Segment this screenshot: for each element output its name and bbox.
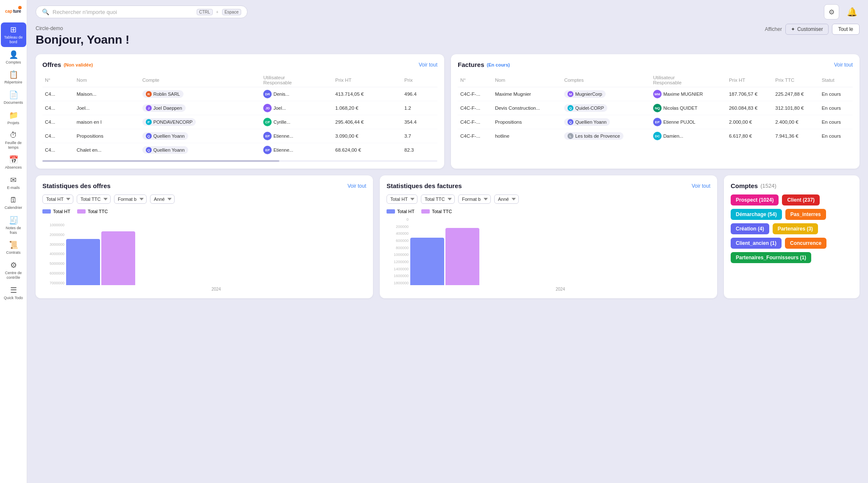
account-chip: M MugnierCorp	[564, 90, 606, 98]
search-box[interactable]: 🔍 Rechercher n'importe quoi CTRL + Espac…	[36, 6, 248, 18]
sidebar-label-absences: Absences	[5, 165, 22, 170]
offres-title-text: Offres	[42, 61, 61, 68]
stats-filter-select[interactable]: Total HT	[387, 194, 417, 204]
compte-tag-partenaires-fournisseurs[interactable]: Partenaires_Fournisseurs (1)	[731, 252, 811, 263]
factures-table: N° Nom Comptes UtilisateurResponsable Pr…	[458, 73, 853, 143]
sidebar-item-documents[interactable]: 📄 Documents	[1, 88, 26, 108]
factures-cell-nom: hotline	[492, 129, 562, 143]
fcol-n: N°	[458, 73, 492, 87]
user-avatar: MM	[653, 90, 662, 98]
factures-row[interactable]: C4C-F-... Maxime Mugnier M MugnierCorp M…	[458, 87, 853, 101]
svg-text:ture: ture	[13, 9, 21, 14]
sidebar-item-calendrier[interactable]: 🗓 Calendrier	[1, 193, 26, 213]
y-label: 0	[387, 217, 409, 222]
stats-filter-select[interactable]: Format b	[458, 194, 491, 204]
offres-row[interactable]: C4... Maison... R Roblin SARL DR Denis..…	[42, 87, 437, 101]
search-shortcut: CTRL	[197, 9, 213, 15]
stats-filter-select[interactable]: Total HT	[42, 194, 73, 204]
comptes-header: Comptes (1524)	[731, 182, 853, 189]
page-header: Circle-demo Bonjour, Yoann ! Afficher ✦ …	[36, 24, 860, 53]
stats-filter-select[interactable]: Anné	[150, 194, 175, 204]
compte-tag-partenaires[interactable]: Partenaires (3)	[773, 223, 818, 234]
y-label: 800000	[387, 246, 409, 250]
notification-button[interactable]: 🔔	[844, 4, 860, 19]
offres-row[interactable]: C4... Joel... J Joel Daeppen JD Joel... …	[42, 101, 437, 115]
col-nom: Nom	[74, 73, 140, 87]
compte-tag-concurrence[interactable]: Concurrence	[785, 238, 826, 249]
sidebar-item-projets[interactable]: 📁 Projets	[1, 108, 26, 128]
compte-tag-client[interactable]: Client (237)	[782, 194, 820, 205]
offres-cell-user: EP Etienne...	[261, 143, 333, 157]
y-axis-offres: 7000000600000050000004000000300000020000…	[42, 217, 64, 285]
factures-card: Factures (En cours) Voir tout N° Nom Com…	[451, 54, 860, 169]
compte-tag-prospect[interactable]: Prospect (1024)	[731, 194, 779, 205]
content-area: Circle-demo Bonjour, Yoann ! Afficher ✦ …	[27, 24, 868, 483]
factures-cell-n: C4C-F-...	[458, 129, 492, 143]
sidebar-label-tableau-de-bord: Tableau de bord	[3, 35, 25, 44]
search-plus: +	[216, 10, 219, 14]
stats-filter-select[interactable]: Format b	[114, 194, 147, 204]
factures-row[interactable]: C4C-F-... hotline L Les toits de Provenc…	[458, 129, 853, 143]
sidebar-item-e-mails[interactable]: ✉ E-mails	[1, 173, 26, 193]
offres-row[interactable]: C4... Propositions Q Quellien Yoann EP E…	[42, 129, 437, 143]
legend-ttc-color	[77, 209, 86, 214]
main-content: 🔍 Rechercher n'importe quoi CTRL + Espac…	[27, 0, 868, 483]
factures-cell-statut: En cours	[819, 101, 853, 115]
sidebar-item-contrats[interactable]: 📜 Contrats	[1, 238, 26, 258]
customiser-button[interactable]: ✦ Customiser	[785, 24, 829, 35]
factures-voir-tout[interactable]: Voir tout	[834, 62, 853, 68]
y-label: 1800000	[387, 281, 409, 285]
sidebar-icon-tableau-de-bord: ⊞	[10, 25, 17, 34]
sidebar-item-absences[interactable]: 📅 Absences	[1, 153, 26, 172]
sidebar-icon-feuille-de-temps: ⏱	[10, 131, 17, 140]
legend-f-ttc-color	[421, 209, 430, 214]
offres-voir-tout[interactable]: Voir tout	[419, 62, 437, 68]
stats-offres-voir-tout[interactable]: Voir tout	[348, 183, 366, 189]
user-avatar: EP	[263, 146, 272, 154]
filter-button[interactable]: ⚙	[824, 4, 839, 19]
compte-tag-cr-ation[interactable]: Création (4)	[731, 223, 769, 234]
chip-dot: Q	[146, 133, 152, 139]
sidebar-item-tableau-de-bord[interactable]: ⊞ Tableau de bord	[1, 22, 26, 47]
tout-button[interactable]: Tout le	[832, 24, 860, 35]
compte-tag-client-ancien[interactable]: Client_ancien (1)	[731, 238, 782, 249]
sidebar-label-centre-de-controle: Centre de contrôle	[3, 271, 25, 280]
offres-cell-prix-ht: 68.624,00 €	[333, 143, 402, 157]
user-chip: MM Maxime MUGNIER	[653, 90, 703, 98]
offres-row[interactable]: C4... maison en l P PONDAVENCORP CP Cyri…	[42, 115, 437, 129]
account-chip: J Joel Daeppen	[142, 104, 186, 112]
factures-cell-n: C4C-F-...	[458, 87, 492, 101]
sidebar-item-comptes[interactable]: 👤 Comptes	[1, 47, 26, 67]
stats-filter-select[interactable]: Total TTC	[421, 194, 455, 204]
offres-row[interactable]: C4... Chalet en... Q Quellien Yoann EP E…	[42, 143, 437, 157]
stats-filter-select[interactable]: Total TTC	[77, 194, 111, 204]
bar-ttc	[445, 228, 479, 285]
search-icon: 🔍	[42, 8, 49, 15]
stats-filter-select[interactable]: Anné	[494, 194, 519, 204]
compte-tag-d-marchage[interactable]: Démarchage (54)	[731, 209, 782, 220]
y-label: 7000000	[42, 281, 64, 285]
offres-cell-compte: Q Quellien Yoann	[140, 129, 261, 143]
sidebar-item-notes-de-frais[interactable]: 🧾 Notes de frais	[1, 213, 26, 238]
col-prix: Prix	[402, 73, 437, 87]
factures-row[interactable]: C4C-F-... Devis Construction... Q Quidet…	[458, 101, 853, 115]
compte-tag-pas-interres[interactable]: Pas_interres	[785, 209, 826, 220]
sidebar-icon-quick-todo: ☰	[10, 286, 17, 295]
factures-row[interactable]: C4C-F-... Propositions Q Quellien Yoann …	[458, 115, 853, 129]
offres-cell-n: C4...	[42, 143, 74, 157]
chip-dot: J	[146, 105, 152, 111]
factures-cell-nom: Maxime Mugnier	[492, 87, 562, 101]
legend-f-ht-color	[387, 209, 395, 214]
sidebar-item-feuille-de-temps[interactable]: ⏱ Feuille de temps	[1, 128, 26, 153]
sidebar-icon-centre-de-controle: ⚙	[10, 261, 17, 270]
sidebar-item-centre-de-controle[interactable]: ⚙ Centre de contrôle	[1, 258, 26, 283]
factures-status: (En cours)	[487, 62, 510, 67]
sidebar-icon-comptes: 👤	[9, 50, 18, 59]
user-avatar: DC	[653, 132, 662, 140]
comptes-card: Comptes (1524) Prospect (1024)Client (23…	[724, 175, 860, 298]
stats-factures-voir-tout[interactable]: Voir tout	[692, 183, 710, 189]
factures-cell-compte: M MugnierCorp	[562, 87, 651, 101]
sidebar-icon-contrats: 📜	[9, 240, 18, 250]
sidebar-item-quick-todo[interactable]: ☰ Quick Todo	[1, 283, 26, 303]
sidebar-item-repertoire[interactable]: 📋 Répertoire	[1, 67, 26, 87]
